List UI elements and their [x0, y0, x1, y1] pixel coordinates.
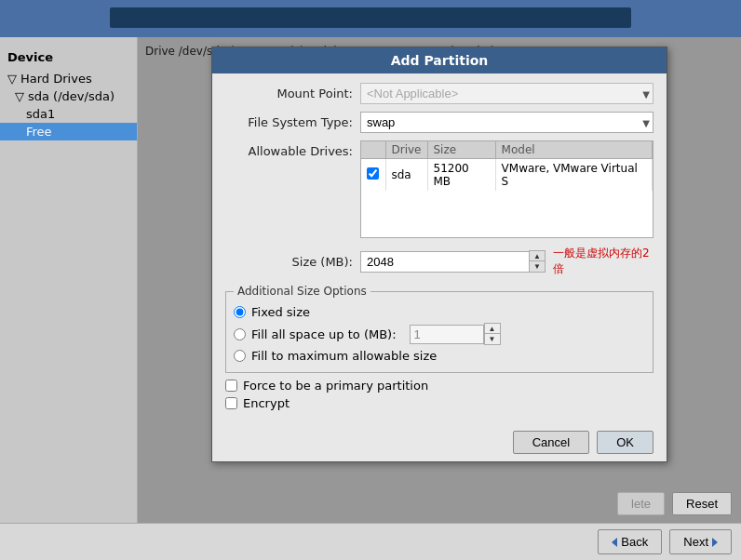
- main-panel: Device ▽ Hard Drives ▽ sda (/dev/sda) sd…: [0, 37, 741, 560]
- col-drive: Drive: [385, 141, 427, 159]
- top-bar: [110, 7, 631, 28]
- size-input[interactable]: [360, 251, 529, 273]
- delete-label: lete: [631, 497, 651, 511]
- drive-checkbox[interactable]: [367, 167, 379, 180]
- back-button[interactable]: Back: [598, 529, 662, 554]
- drive-checkbox-cell[interactable]: [361, 159, 385, 192]
- col-size: Size: [427, 141, 495, 159]
- drives-empty-space: [361, 191, 653, 237]
- fill-max-label: Fill to maximum allowable size: [251, 349, 437, 363]
- bottom-bar: Back Next: [0, 523, 741, 560]
- allowable-drives-label: Allowable Drives:: [225, 140, 360, 158]
- encrypt-checkbox[interactable]: [225, 397, 237, 409]
- mount-point-label: Mount Point:: [225, 87, 360, 100]
- modal-overlay: Add Partition Mount Point: <Not Applicab…: [138, 37, 741, 523]
- force-primary-checkbox[interactable]: [225, 380, 237, 392]
- drives-table: Drive Size Model: [361, 141, 653, 191]
- sidebar-header: Device: [0, 47, 137, 68]
- sidebar: Device ▽ Hard Drives ▽ sda (/dev/sda) sd…: [0, 37, 138, 560]
- dialog-title: Add Partition: [212, 47, 667, 73]
- add-partition-dialog: Add Partition Mount Point: <Not Applicab…: [211, 47, 667, 462]
- size-decrement-button[interactable]: ▼: [530, 261, 545, 272]
- fill-space-row: Fill all space up to (MB): ▲ ▼: [234, 323, 645, 345]
- dialog-buttons: Cancel OK: [212, 423, 667, 461]
- mount-point-row: Mount Point: <Not Applicable> ▼: [225, 83, 653, 104]
- sidebar-item-free[interactable]: Free: [0, 123, 137, 140]
- size-increment-button[interactable]: ▲: [530, 251, 545, 261]
- file-system-select[interactable]: swap ext4 ext3 ext2 xfs btrfs: [360, 112, 653, 133]
- fill-space-decrement-button[interactable]: ▼: [485, 334, 500, 344]
- additional-size-options: Additional Size Options Fixed size Fill …: [225, 285, 653, 373]
- fill-space-input-container: ▲ ▼: [410, 323, 501, 345]
- file-system-label: File System Type:: [225, 115, 360, 129]
- fill-space-increment-button[interactable]: ▲: [485, 324, 500, 334]
- size-spinner: ▲ ▼: [529, 250, 546, 273]
- content-area: Drive /dev/sda (51200 MB) (Model: VMware…: [138, 37, 741, 560]
- sidebar-item-label: Free: [26, 125, 52, 139]
- next-button[interactable]: Next: [669, 529, 732, 554]
- cancel-button[interactable]: Cancel: [513, 431, 589, 454]
- size-label: Size (MB):: [225, 255, 360, 269]
- sidebar-item-sda[interactable]: ▽ sda (/dev/sda): [0, 87, 137, 105]
- size-control: ▲ ▼ 一般是虚拟内存的2倍: [360, 246, 653, 277]
- drive-size-cell: 51200 MB: [427, 159, 495, 192]
- next-arrow-icon: [712, 538, 718, 547]
- force-primary-label: Force to be a primary partition: [243, 379, 428, 393]
- back-arrow-icon: [612, 538, 617, 547]
- fill-space-label: Fill all space up to (MB):: [251, 327, 397, 341]
- back-label: Back: [621, 535, 648, 549]
- col-model: Model: [495, 141, 652, 159]
- size-hint: 一般是虚拟内存的2倍: [553, 246, 653, 277]
- fixed-size-radio[interactable]: [234, 306, 246, 318]
- fill-space-input[interactable]: [410, 325, 484, 344]
- table-row: sda 51200 MB VMware, VMware Virtual S: [361, 159, 653, 192]
- sidebar-item-label: Hard Drives: [20, 72, 92, 86]
- fill-max-row: Fill to maximum allowable size: [234, 349, 645, 363]
- encrypt-label: Encrypt: [243, 396, 290, 410]
- reset-button[interactable]: Reset: [672, 492, 732, 515]
- tree-expand-icon: ▽: [7, 72, 17, 86]
- file-system-row: File System Type: swap ext4 ext3 ext2 xf…: [225, 112, 653, 133]
- additional-size-legend: Additional Size Options: [234, 285, 370, 298]
- sidebar-item-sda1[interactable]: sda1: [0, 105, 137, 123]
- size-row: Size (MB): ▲ ▼ 一般是虚拟内存的2倍: [225, 246, 653, 277]
- content-action-buttons: lete Reset: [617, 492, 732, 515]
- file-system-control: swap ext4 ext3 ext2 xfs btrfs ▼: [360, 112, 653, 133]
- primary-partition-row: Force to be a primary partition: [225, 379, 653, 393]
- sidebar-item-hard-drives[interactable]: ▽ Hard Drives: [0, 70, 137, 87]
- sidebar-tree: ▽ Hard Drives ▽ sda (/dev/sda) sda1 Free: [0, 68, 137, 142]
- mount-point-control: <Not Applicable> ▼: [360, 83, 653, 104]
- drive-name-cell: sda: [385, 159, 427, 192]
- fixed-size-label: Fixed size: [251, 305, 310, 319]
- fill-max-radio[interactable]: [234, 350, 246, 362]
- drives-table-container: Drive Size Model: [360, 140, 653, 238]
- sidebar-item-label: sda1: [26, 107, 55, 121]
- mount-point-select[interactable]: <Not Applicable>: [360, 83, 653, 104]
- col-check: [361, 141, 385, 159]
- allowable-drives-row: Allowable Drives: Drive Size Model: [225, 140, 653, 238]
- fixed-size-row: Fixed size: [234, 305, 645, 319]
- drive-model-cell: VMware, VMware Virtual S: [495, 159, 652, 192]
- sidebar-item-label: sda (/dev/sda): [28, 89, 115, 103]
- dialog-body: Mount Point: <Not Applicable> ▼ File Sys…: [212, 73, 667, 423]
- tree-expand-icon: ▽: [15, 89, 24, 103]
- ok-button[interactable]: OK: [597, 431, 653, 454]
- fill-space-radio[interactable]: [234, 328, 246, 340]
- encrypt-row: Encrypt: [225, 396, 653, 410]
- next-label: Next: [683, 535, 708, 549]
- fill-space-spinner: ▲ ▼: [484, 323, 501, 345]
- delete-button[interactable]: lete: [617, 492, 665, 515]
